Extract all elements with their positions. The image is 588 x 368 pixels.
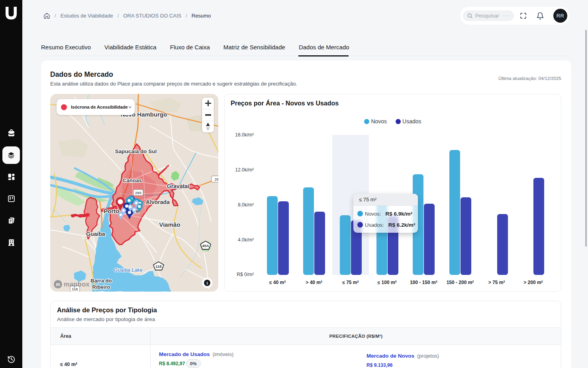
svg-text:118: 118 — [155, 264, 161, 269]
svg-text:Alvorada: Alvorada — [146, 199, 170, 205]
svg-text:29: 29 — [215, 177, 218, 181]
svg-text:Viamão: Viamão — [159, 221, 180, 228]
svg-text:Gravataí: Gravataí — [167, 183, 190, 189]
svg-text:Ribeiro: Ribeiro — [92, 284, 110, 290]
svg-text:Guaíba Lake: Guaíba Lake — [114, 267, 143, 273]
svg-text:Canoas: Canoas — [123, 177, 142, 183]
svg-text:Sapucaia do Sul: Sapucaia do Sul — [115, 148, 157, 154]
svg-text:40A: 40A — [202, 243, 209, 248]
svg-text:Guaíba: Guaíba — [86, 231, 105, 237]
svg-text:Barra do: Barra do — [90, 278, 112, 284]
svg-text:290: 290 — [135, 191, 141, 195]
